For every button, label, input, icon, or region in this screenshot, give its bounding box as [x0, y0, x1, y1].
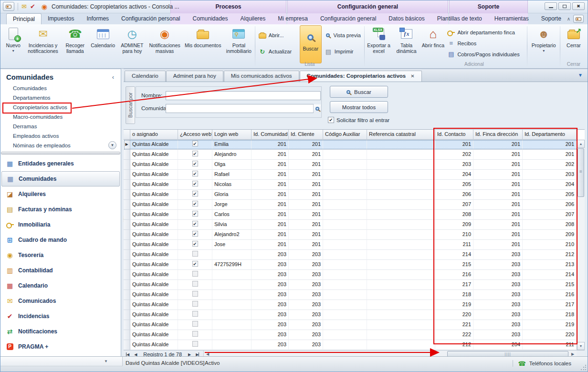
tabla-dinamica-button[interactable]: ƒx Tabla dinámica: [393, 25, 420, 54]
incidencias-notificaciones-button[interactable]: ✉ Incidencias y notificaciones: [24, 25, 62, 54]
column-header-referencia-catastral[interactable]: Referencia catastral: [367, 130, 435, 140]
adminet-para-hoy-button[interactable]: ◷ ADMINET para hoy: [117, 25, 147, 54]
app-menu-button[interactable]: [3, 2, 14, 11]
table-row[interactable]: ▶Quintas Alcalde✔Emilia201201201201201: [124, 140, 585, 150]
close-button[interactable]: ✖: [572, 2, 585, 10]
sidebar-item-copropietarios-activos[interactable]: Copropietarios activos: [0, 103, 121, 112]
acceso-web-checkbox[interactable]: [192, 341, 198, 347]
acceso-web-checkbox[interactable]: ✔: [192, 181, 198, 186]
sidebar-nav-pragma[interactable]: PPRAGMA +: [0, 339, 121, 354]
sidebar-item-comunidades[interactable]: Comunidades: [0, 83, 121, 93]
table-row[interactable]: Quintas Alcalde✔Carlos201201208201207: [124, 210, 585, 220]
doc-tab-calendario[interactable]: Calendario: [125, 71, 166, 82]
acceso-web-checkbox[interactable]: [192, 331, 198, 337]
acceso-web-checkbox[interactable]: ✔: [192, 241, 198, 247]
buscar-ribbon-button[interactable]: Buscar: [300, 25, 322, 63]
acceso-web-checkbox[interactable]: [192, 321, 198, 327]
column-header-acceso-web[interactable]: ¿Acceso web?: [178, 130, 212, 140]
ribbon-tab-plantillas-de-texto[interactable]: Plantillas de texto: [431, 13, 488, 24]
sidebar-nav-alquileres[interactable]: ◪Alquileres: [0, 186, 121, 202]
sidebar-item-macro-comunidades[interactable]: Macro-comunidades: [0, 112, 121, 122]
acceso-web-checkbox[interactable]: [192, 291, 198, 297]
cobros-pagos-button[interactable]: ▤ Cobros/Pagos individuales: [445, 49, 525, 60]
acceso-web-checkbox[interactable]: [192, 281, 198, 287]
table-row[interactable]: Quintas Alcalde✔Nicolas201201205201204: [124, 180, 585, 190]
tasks-icon[interactable]: ✔: [30, 3, 35, 10]
sidebar-item-empleados-activos[interactable]: Empleados activos: [0, 131, 121, 141]
acceso-web-checkbox[interactable]: ✔: [192, 151, 198, 156]
acceso-web-checkbox[interactable]: ✔: [192, 201, 198, 207]
table-row[interactable]: Quintas Alcalde203203219203217: [124, 300, 585, 310]
scroll-up-icon[interactable]: ▲: [577, 140, 585, 148]
vista-previa-button[interactable]: Vista previa: [323, 30, 363, 41]
acceso-web-checkbox[interactable]: ✔: [192, 161, 198, 166]
comunidad-input[interactable]: [166, 104, 314, 113]
table-row[interactable]: Quintas Alcalde✔Jose201201211201210: [124, 240, 585, 250]
table-row[interactable]: Quintas Alcalde203203220203218: [124, 310, 585, 320]
ribbon-tab-alquileres[interactable]: Alquileres: [234, 13, 272, 24]
table-row[interactable]: Quintas Alcalde✔Silvia201201209201208: [124, 220, 585, 230]
table-row[interactable]: Quintas Alcalde✔Alejandro220120121020120…: [124, 230, 585, 240]
scroll-down-icon[interactable]: ▼: [577, 342, 585, 350]
mail-icon[interactable]: ✉: [21, 3, 27, 10]
sidebar-item-nominas-de-empleados[interactable]: Nóminas de empleados: [0, 141, 121, 150]
acceso-web-checkbox[interactable]: ✔: [192, 211, 198, 217]
sidebar-overflow-button[interactable]: ▼: [108, 141, 116, 149]
abrir-button[interactable]: Abrir...: [257, 30, 299, 41]
sidebar-nav-comunidades[interactable]: ▦Comunidades: [1, 171, 120, 186]
acceso-web-checkbox[interactable]: ✔: [192, 261, 198, 267]
table-row[interactable]: Quintas Alcalde✔Gloria201201206201205: [124, 190, 585, 200]
nuevo-button[interactable]: + Nuevo▾: [2, 25, 24, 53]
ribbon-tab-configuracion-personal[interactable]: Configuración personal: [115, 13, 186, 24]
sidebar-splitter[interactable]: [1, 152, 120, 155]
telefonos-locales-button[interactable]: ☎ Teléfonos locales: [513, 360, 571, 367]
sidebar-nav-contabilidad[interactable]: ▥Contabilidad: [0, 263, 121, 278]
recibos-button[interactable]: ≡ Recibos: [445, 38, 525, 49]
cerrar-button[interactable]: ↗ Cerrar: [561, 25, 587, 48]
ribbon-tab-impuestos[interactable]: Impuestos: [42, 13, 80, 24]
sidebar-nav-calendario[interactable]: ▦Calendario: [0, 278, 121, 293]
acceso-web-checkbox[interactable]: ✔: [192, 141, 198, 146]
mostrar-todos-button[interactable]: Mostrar todos: [330, 101, 388, 113]
portal-inmobiliario-button[interactable]: Portal inmobiliario: [223, 25, 254, 54]
ribbon-tab-soporte[interactable]: Soporte: [535, 13, 567, 24]
sidebar-nav-tesoreria[interactable]: ◉Tesorería: [0, 248, 121, 263]
restore-button[interactable]: [558, 2, 571, 10]
sidebar-nav-incidencias[interactable]: ✔Incidencias: [0, 309, 121, 324]
footer-caret-icon[interactable]: ▼: [104, 359, 108, 363]
table-row[interactable]: Quintas Alcalde203203221203219: [124, 320, 585, 330]
column-header-id-comunidad[interactable]: Id. Comunidad: [252, 130, 289, 140]
ribbon-tab-herramientas[interactable]: Herramientas: [488, 13, 535, 24]
table-row[interactable]: Quintas Alcalde✔Alejandro201201202201201: [124, 150, 585, 160]
table-row[interactable]: Quintas Alcalde✔Jorge201201207201206: [124, 200, 585, 210]
table-row[interactable]: Quintas Alcalde203203212204211: [124, 340, 585, 350]
acceso-web-checkbox[interactable]: ✔: [192, 191, 198, 196]
table-row[interactable]: Quintas Alcalde✔Olga201201203201202: [124, 160, 585, 170]
abrir-departamento-finca-button[interactable]: Abrir departamento finca: [445, 27, 525, 38]
column-header-o-asignado[interactable]: o asignado: [130, 130, 178, 140]
notificaciones-masivas-button[interactable]: ◉ Notificaciones masivas: [147, 25, 183, 54]
column-header-id-contacto[interactable]: Id. Contacto: [435, 130, 473, 140]
doc-tab-mis-comunicados-activos[interactable]: Mis comunicados activos: [224, 71, 299, 82]
sidebar-item-departamentos[interactable]: Departamentos: [0, 93, 121, 103]
sidebar-nav-comunicados[interactable]: ✉Comunicados: [0, 293, 121, 309]
collapse-ribbon-icon[interactable]: ∧: [567, 16, 570, 21]
ribbon-tab-principal[interactable]: Principal: [6, 13, 42, 24]
ribbon-tab-datos-basicos[interactable]: Datos básicos: [382, 13, 430, 24]
table-row[interactable]: Quintas Alcalde203203218203216: [124, 290, 585, 300]
help-button[interactable]: [573, 15, 584, 23]
exportar-excel-button[interactable]: XLSX Exportar a excel: [365, 25, 393, 54]
table-row[interactable]: Quintas Alcalde✔Rafael201201204201203: [124, 170, 585, 180]
ribbon-tab-comunidades[interactable]: Comunidades: [187, 13, 234, 24]
acceso-web-checkbox[interactable]: [192, 271, 198, 277]
sidebar-nav-notificaciones[interactable]: ⇄Notificaciones: [0, 324, 121, 339]
column-header-login-web[interactable]: Login web: [212, 130, 252, 140]
propietario-button[interactable]: ☻ Propietario▾: [528, 25, 559, 53]
column-header-codigo-auxiliar[interactable]: Código Auxiliar: [323, 130, 367, 140]
minimize-button[interactable]: [545, 2, 557, 10]
sidebar-nav-inmobiliaria[interactable]: Inmobiliaria: [0, 217, 121, 232]
buscar-por-group-tab[interactable]: Buscar por: [126, 86, 135, 124]
calendario-button[interactable]: Calendario: [88, 25, 117, 48]
acceso-web-checkbox[interactable]: [192, 301, 198, 307]
close-tab-icon[interactable]: ✕: [410, 73, 414, 82]
